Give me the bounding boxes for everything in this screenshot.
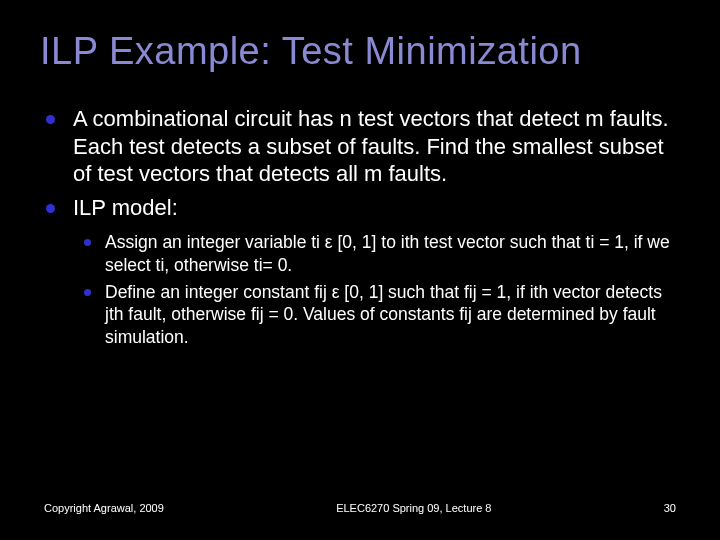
list-item: A combinational circuit has n test vecto… (46, 105, 680, 188)
footer-copyright: Copyright Agrawal, 2009 (44, 502, 164, 514)
slide-footer: Copyright Agrawal, 2009 ELEC6270 Spring … (40, 502, 680, 520)
bullet-icon (46, 115, 55, 124)
list-item: Define an integer constant fij ε [0, 1] … (84, 281, 680, 349)
footer-page-number: 30 (664, 502, 676, 514)
sub-list: Assign an integer variable ti ε [0, 1] t… (46, 231, 680, 349)
slide-title: ILP Example: Test Minimization (40, 30, 680, 73)
bullet-icon (84, 289, 91, 296)
bullet-text: Define an integer constant fij ε [0, 1] … (105, 281, 680, 349)
list-item: Assign an integer variable ti ε [0, 1] t… (84, 231, 680, 277)
bullet-text: ILP model: (73, 194, 680, 222)
bullet-text: Assign an integer variable ti ε [0, 1] t… (105, 231, 680, 277)
slide-content: A combinational circuit has n test vecto… (40, 105, 680, 502)
bullet-icon (84, 239, 91, 246)
bullet-text: A combinational circuit has n test vecto… (73, 105, 680, 188)
bullet-icon (46, 204, 55, 213)
footer-course: ELEC6270 Spring 09, Lecture 8 (336, 502, 491, 514)
slide-container: ILP Example: Test Minimization A combina… (0, 0, 720, 540)
list-item: ILP model: (46, 194, 680, 222)
